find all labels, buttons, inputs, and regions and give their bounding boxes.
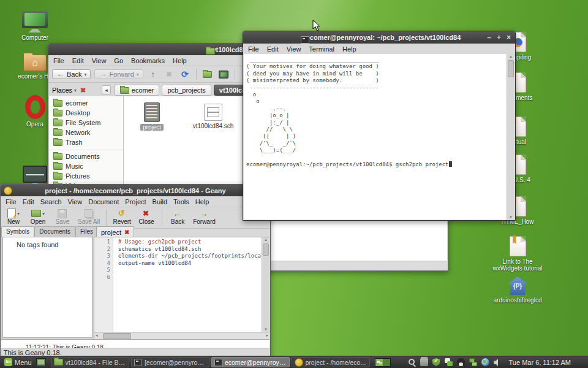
breadcrumb-button[interactable]: ecomer	[115, 85, 160, 96]
menu-item[interactable]: View	[92, 57, 107, 64]
toolbar-button[interactable]: Save	[53, 209, 72, 225]
toolbar-button[interactable]: → Forward	[193, 209, 216, 225]
breadcrumb-button[interactable]: pcb_projects	[162, 85, 211, 96]
places-dropdown[interactable]: Places ▾	[52, 86, 77, 94]
breadcrumb-scroll-left-button[interactable]: ◂	[102, 85, 111, 95]
taskbar-window-button[interactable]: ecomer@pennyroyal...	[211, 357, 290, 367]
back-icon: ←	[173, 209, 181, 218]
terminal-content[interactable]: _______________________________________ …	[244, 54, 514, 220]
document-tab[interactable]: project ✖	[96, 226, 134, 237]
folder-icon	[53, 173, 62, 180]
geany-titlebar[interactable]: project - /home/ecomer/pcb_projects/vt10…	[1, 185, 270, 196]
volume-icon[interactable]	[494, 358, 502, 366]
toolbar-button[interactable]: ← Back	[168, 209, 187, 225]
tux-icon[interactable]	[457, 358, 465, 366]
sidebar-place-item[interactable]: File System	[49, 118, 123, 128]
menu-item[interactable]: Search	[40, 198, 62, 205]
taskbar-window-button[interactable]: project - /home/eco...	[292, 357, 370, 367]
menu-item[interactable]: Document	[88, 198, 119, 205]
sidebar-place-item[interactable]: Music	[49, 161, 123, 171]
menu-item[interactable]: Tools	[173, 198, 189, 205]
sidebar-tab[interactable]: Documents	[34, 226, 75, 237]
show-desktop-button[interactable]	[36, 358, 46, 366]
menu-item[interactable]: Help	[173, 57, 187, 64]
toolbar-button[interactable]: ↺ Revert	[113, 209, 131, 225]
code-editor[interactable]: 1 # Usage: gsch2pcb project 2 schematics…	[94, 237, 270, 332]
terminal-scrollbar[interactable]	[507, 54, 514, 220]
menu-item[interactable]: Edit	[23, 198, 34, 205]
close-sidepane-button[interactable]: ✖	[80, 86, 86, 94]
menu-item[interactable]: Help	[342, 45, 356, 53]
menu-item[interactable]: Build	[153, 198, 167, 205]
desktop-icon[interactable]: arduinoshiftreglcd	[490, 277, 545, 304]
sidebar-place-item[interactable]: Desktop	[49, 108, 123, 118]
terminal-titlebar[interactable]: ecomer@pennyroyal: ~/pcb_projects/vt100l…	[243, 31, 515, 44]
editor-horizontal-scrollbar[interactable]: ◂ ▸	[94, 332, 270, 339]
minimize-button[interactable]: –	[487, 31, 491, 44]
menu-item[interactable]: View	[68, 198, 83, 205]
menu-button[interactable]: Menu	[0, 356, 36, 368]
close-tab-icon[interactable]: ✖	[124, 229, 129, 236]
terminal-output: _______________________________________ …	[246, 56, 379, 153]
desktop-icon-label: arduinoshiftreglcd	[494, 297, 542, 304]
menu-item[interactable]: Edit	[267, 45, 279, 53]
menu-item[interactable]: Edit	[72, 57, 84, 64]
sidebar-place-item[interactable]: ecomer	[49, 98, 123, 108]
forward-button[interactable]: → Forward ▾	[94, 69, 143, 79]
clock[interactable]: Tue Mar 6, 11:12 AM	[509, 359, 571, 366]
taskbar: Menu vt100lcd84 - File Bro... [ecomer@pe…	[0, 356, 588, 368]
up-button[interactable]: ↑	[147, 68, 159, 80]
menu-item[interactable]: File	[53, 57, 64, 64]
network-icon[interactable]	[469, 358, 477, 366]
sidebar-place-item[interactable]: Pictures	[49, 171, 123, 181]
stop-button[interactable]: ✖	[163, 68, 175, 80]
workspace-switcher[interactable]	[375, 358, 391, 367]
sidebar-tab[interactable]: Symbols	[1, 226, 34, 237]
terminal-menubar: FileEditViewTerminalHelp	[243, 44, 515, 55]
desktop-icon[interactable]: Computer	[7, 11, 62, 41]
desktop-icon[interactable]: Link to The wxWidgets tutorial	[490, 236, 545, 272]
desktop-icon-label: Link to The wxWidgets tutorial	[491, 258, 545, 272]
toolbar-button-label: Save	[56, 218, 70, 225]
taskbar-window-button[interactable]: vt100lcd84 - File Bro...	[51, 357, 129, 367]
toolbar-button[interactable]	[106, 210, 107, 226]
menu-item[interactable]: Help	[195, 198, 209, 205]
sidebar-place-item[interactable]: Documents	[49, 150, 123, 161]
search-icon[interactable]	[408, 358, 416, 366]
menu-item[interactable]: File	[6, 198, 17, 205]
close-button[interactable]: ×	[507, 31, 511, 44]
menu-item[interactable]: View	[287, 45, 301, 53]
menu-item[interactable]: Project	[125, 198, 146, 205]
computer-button[interactable]	[217, 68, 230, 80]
workspace-1[interactable]	[375, 359, 383, 366]
scroll-right-icon[interactable]: ▸	[266, 333, 268, 338]
symbols-panel[interactable]: No tags found	[2, 237, 92, 338]
menu-item[interactable]: Bookmarks	[131, 57, 165, 64]
taskbar-window-button[interactable]: [ecomer@pennyroya...	[131, 357, 209, 367]
maximize-button[interactable]: +	[497, 31, 501, 44]
toolbar-button[interactable]: ✖ Close	[137, 209, 156, 225]
menu-item[interactable]: Go	[114, 57, 123, 64]
workspace-2[interactable]	[383, 359, 390, 366]
toolbar-button[interactable]	[162, 210, 162, 226]
file-item[interactable]: vt100lcd84.sch	[183, 104, 244, 129]
menu-item[interactable]: File	[248, 45, 259, 53]
toolbar-button[interactable]: ▾ New	[4, 209, 23, 225]
trash-icon[interactable]	[420, 358, 428, 366]
geany-menubar: FileEditSearchViewDocumentProjectBuildTo…	[1, 196, 270, 207]
sidebar-place-item[interactable]: Network	[49, 128, 123, 137]
back-button[interactable]: ← Back ▾	[52, 69, 91, 79]
scroll-left-icon[interactable]: ◂	[96, 333, 98, 338]
toolbar-button[interactable]: ▾ Open	[29, 209, 47, 225]
internet-icon[interactable]	[481, 358, 489, 366]
sidebar-place-item[interactable]: Trash	[49, 137, 123, 147]
menu-item[interactable]: Terminal	[309, 45, 334, 53]
refresh-button[interactable]: ⟳	[179, 68, 191, 80]
toolbar-button-label: Close	[138, 218, 154, 225]
messenger-icon[interactable]	[445, 358, 453, 366]
file-item[interactable]: project	[132, 102, 172, 131]
home-button[interactable]	[202, 68, 214, 80]
toolbar-button[interactable]: Save All	[78, 209, 100, 225]
update-manager-icon[interactable]	[432, 358, 440, 366]
editor-vertical-scrollbar[interactable]	[262, 237, 270, 332]
